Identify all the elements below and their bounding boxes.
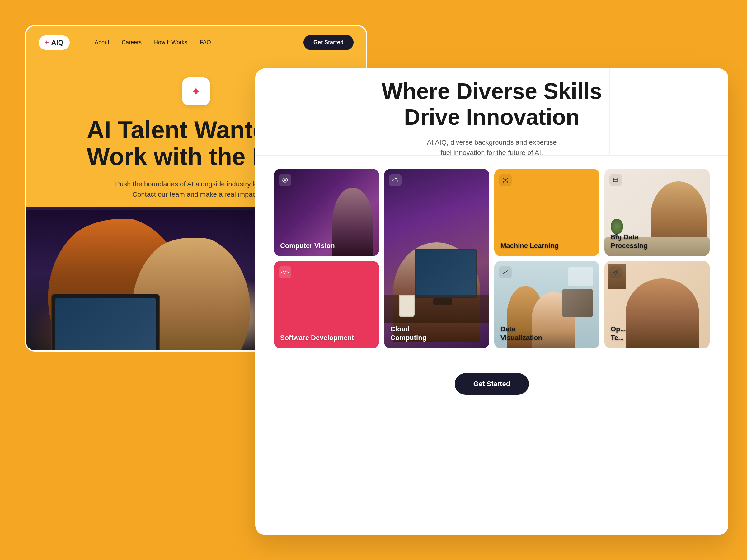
svg-point-0	[284, 179, 286, 181]
svg-point-4	[503, 181, 504, 183]
data-viz-icon	[499, 266, 512, 278]
nav-get-started-button[interactable]: Get Started	[304, 35, 354, 50]
logo-plus: +	[45, 38, 49, 47]
skill-card-cloud-computing[interactable]: CloudComputing	[384, 169, 489, 348]
nav-how-it-works[interactable]: How It Works	[154, 39, 187, 46]
skill-card-ops-tech[interactable]: Op...Te...	[604, 261, 710, 348]
skill-card-computer-vision[interactable]: Computer Vision	[274, 169, 379, 256]
skills-card: Where Diverse Skills Drive Innovation At…	[255, 69, 728, 535]
svg-line-6	[504, 179, 505, 180]
logo-text: AIQ	[51, 38, 63, 47]
skill-label-software-dev: Software Development	[280, 334, 354, 342]
svg-line-9	[506, 181, 507, 181]
cloud-icon	[389, 174, 402, 186]
machine-learning-icon	[499, 174, 512, 186]
hero-subtitle-line2: Contact our team and make a real impact.	[132, 190, 260, 198]
skill-label-big-data: Big DataProcessing	[611, 233, 648, 250]
ops-tech-icon	[610, 266, 622, 278]
section-title-line2: Drive Innovation	[404, 105, 579, 129]
laptop	[51, 294, 160, 351]
skill-card-machine-learning[interactable]: Machine Learning	[494, 169, 599, 256]
nav-careers[interactable]: Careers	[122, 39, 141, 46]
svg-point-3	[507, 178, 508, 179]
nav-about[interactable]: About	[95, 39, 109, 46]
skill-card-big-data[interactable]: Big DataProcessing	[604, 169, 710, 256]
deco-line	[610, 69, 610, 156]
nav-links: About Careers How It Works FAQ	[95, 39, 304, 46]
section-header: Where Diverse Skills Drive Innovation At…	[255, 69, 728, 156]
section-title-line1: Where Diverse Skills	[382, 79, 602, 104]
svg-point-14	[615, 271, 617, 273]
hero-subtitle-line1: Push the boundaries of AI alongside indu…	[115, 180, 277, 188]
svg-point-2	[503, 178, 504, 179]
logo[interactable]: + AIQ	[38, 35, 70, 50]
nav-faq[interactable]: FAQ	[200, 39, 211, 46]
skill-label-ops-tech: Op...Te...	[611, 325, 626, 342]
skill-label-computer-vision: Computer Vision	[280, 241, 335, 250]
svg-point-12	[617, 178, 618, 179]
skills-grid: Computer Vision CloudComputing	[255, 157, 728, 361]
computer-vision-icon	[279, 174, 291, 186]
section-subtitle-line2: fuel innovation for the future of AI.	[440, 149, 543, 157]
hero-subtitle: Push the boundaries of AI alongside indu…	[115, 179, 277, 199]
section-subtitle: At AIQ, diverse backgrounds and expertis…	[427, 137, 557, 158]
front-get-started-button[interactable]: Get Started	[455, 373, 529, 395]
big-data-icon	[610, 174, 622, 186]
navbar: + AIQ About Careers How It Works FAQ Get…	[26, 26, 366, 59]
hero-icon-container: ✦	[182, 77, 210, 105]
svg-point-13	[617, 181, 618, 181]
skill-card-software-dev[interactable]: </> Software Development	[274, 261, 379, 348]
software-dev-icon: </>	[279, 266, 291, 278]
card-bg-cloud	[384, 169, 489, 348]
skill-label-machine-learning: Machine Learning	[500, 241, 559, 250]
section-title: Where Diverse Skills Drive Innovation	[382, 78, 602, 130]
front-bottom-section: Get Started	[255, 361, 728, 407]
svg-point-5	[507, 181, 508, 183]
svg-line-8	[504, 181, 505, 181]
skill-label-cloud-computing: CloudComputing	[390, 325, 427, 342]
section-subtitle-line1: At AIQ, diverse backgrounds and expertis…	[427, 138, 557, 146]
svg-line-7	[506, 179, 507, 180]
skill-label-data-viz: DataVisualization	[500, 325, 542, 342]
sparkle-icon: ✦	[191, 84, 201, 99]
skill-card-data-viz[interactable]: DataVisualization	[494, 261, 599, 348]
